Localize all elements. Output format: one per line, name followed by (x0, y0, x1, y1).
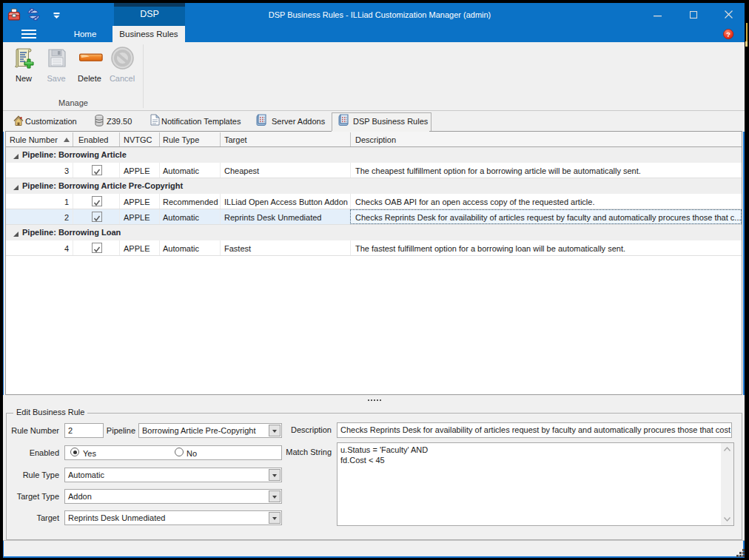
svg-text:?: ? (726, 31, 730, 38)
